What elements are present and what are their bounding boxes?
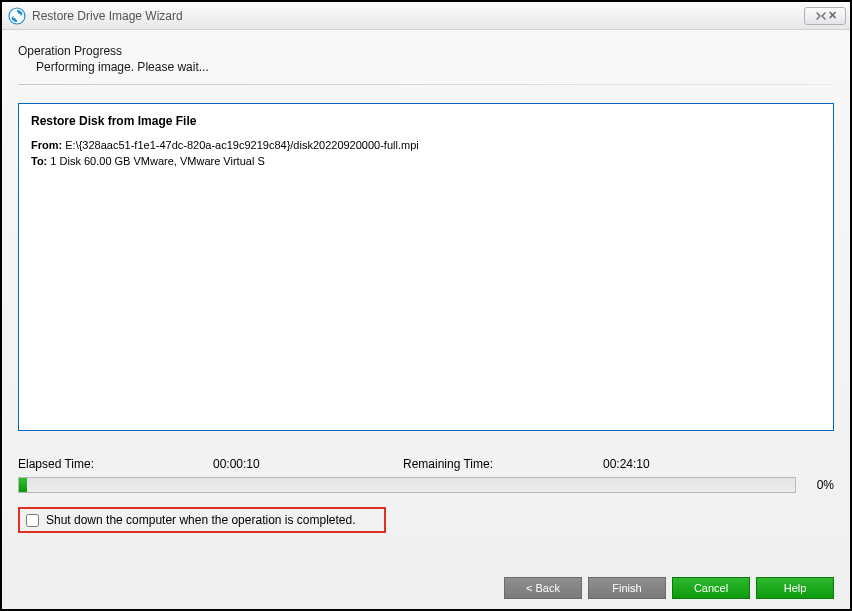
wizard-window: Restore Drive Image Wizard ✕ Operation P… [0,0,852,611]
back-button[interactable]: < Back [504,577,582,599]
window-title: Restore Drive Image Wizard [32,9,804,23]
to-line: To: 1 Disk 60.00 GB VMware, VMware Virtu… [31,154,821,170]
close-button[interactable]: ✕ [804,7,846,25]
from-label: From: [31,139,62,151]
divider [18,84,834,85]
panel-title: Restore Disk from Image File [31,114,821,128]
times-row: Elapsed Time: 00:00:10 Remaining Time: 0… [18,457,834,471]
to-label: To: [31,155,47,167]
page-heading: Operation Progress [18,44,834,58]
from-value: E:\{328aac51-f1e1-47dc-820a-ac19c9219c84… [65,139,418,151]
button-row: < Back Finish Cancel Help [18,549,834,599]
to-value: 1 Disk 60.00 GB VMware, VMware Virtual S [50,155,264,167]
help-button[interactable]: Help [756,577,834,599]
page-subheading: Performing image. Please wait... [36,60,834,74]
remaining-value: 00:24:10 [603,457,834,471]
close-icon: ✕ [828,9,837,22]
elapsed-label: Elapsed Time: [18,457,213,471]
shutdown-option: Shut down the computer when the operatio… [18,507,386,533]
app-icon [8,7,26,25]
titlebar: Restore Drive Image Wizard ✕ [2,2,850,30]
progress-percent: 0% [806,478,834,492]
from-line: From: E:\{328aac51-f1e1-47dc-820a-ac19c9… [31,138,821,154]
content-area: Operation Progress Performing image. Ple… [2,30,850,609]
remaining-label: Remaining Time: [403,457,603,471]
finish-button[interactable]: Finish [588,577,666,599]
shutdown-label[interactable]: Shut down the computer when the operatio… [46,513,356,527]
shutdown-checkbox[interactable] [26,514,39,527]
progress-bar [18,477,796,493]
operation-panel: Restore Disk from Image File From: E:\{3… [18,103,834,431]
cancel-button[interactable]: Cancel [672,577,750,599]
progress-row: 0% [18,477,834,493]
progress-fill [19,478,27,492]
elapsed-value: 00:00:10 [213,457,403,471]
